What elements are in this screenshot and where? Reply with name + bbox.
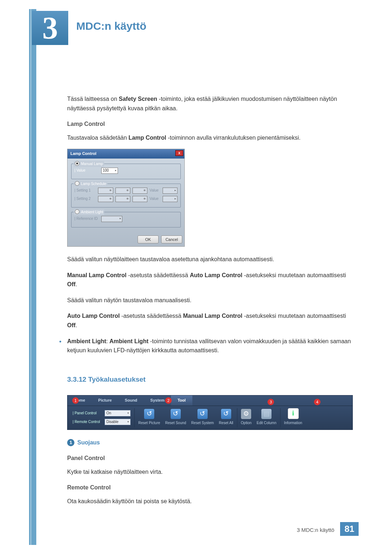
group-label: Manual Lamp: [81, 162, 103, 166]
spinner[interactable]: ≑: [98, 188, 113, 194]
label: Value: [150, 196, 160, 202]
term: Lamp Control: [128, 135, 166, 141]
term: Auto Lamp Control: [190, 272, 242, 278]
chapter-title: MDC:n käyttö: [76, 20, 146, 32]
term: Ambient Light: [67, 338, 106, 344]
term: Manual Lamp Control: [67, 272, 127, 278]
label-setting1: | Setting 1: [74, 188, 96, 193]
group-label: Ambient Light: [81, 210, 103, 214]
subhead-remote-control: Remote Control: [67, 483, 352, 492]
page-number: 81: [340, 522, 359, 536]
reference-dropdown[interactable]: ▾: [101, 216, 122, 222]
paragraph: Säädä valitun näyttölaitteen taustavaloa…: [67, 255, 352, 264]
callout-heading-suojaus: 1Suojaus: [67, 438, 352, 447]
dialog-title-bar: Lamp Control x: [68, 149, 184, 159]
paragraph: Auto Lamp Control -asetusta säädettäessä…: [67, 311, 352, 330]
paragraph: Manual Lamp Control -asetusta säädettäes…: [67, 271, 352, 289]
value-spinner[interactable]: 100▸: [101, 168, 118, 174]
group-lamp-schedule: Lamp Schedule | Setting 1 ≑ ≑ ≑ Value ▸ …: [71, 184, 181, 208]
tool-toolbar: Home Picture Sound System Tool | Panel C…: [67, 395, 353, 430]
text: Taustavaloa säädetään: [67, 135, 128, 141]
remote-control-select[interactable]: Disable▾: [105, 419, 131, 425]
label: Value: [150, 188, 160, 193]
group-manual-lamp: Manual Lamp | Value 100▸: [71, 164, 181, 179]
callout-3: 3: [268, 399, 274, 405]
information-button[interactable]: iInformation: [284, 408, 302, 426]
tab-home[interactable]: Home: [68, 395, 92, 406]
subhead-lamp-control: Lamp Control: [67, 119, 352, 129]
label-reference-id: | Reference ID: [74, 216, 99, 222]
bullet-item-ambient: Ambient Light: Ambient Light -toiminto t…: [67, 337, 352, 355]
paragraph-lamp: Taustavaloa säädetään Lamp Control -toim…: [67, 133, 352, 143]
radio-lamp-schedule[interactable]: [75, 181, 79, 186]
chapter-number: 3: [32, 11, 68, 45]
term: Off: [67, 322, 75, 328]
spinner[interactable]: ≑: [98, 196, 113, 202]
spinner[interactable]: ▸: [163, 196, 177, 202]
section-heading: 3.3.12 Työkaluasetukset: [67, 374, 352, 385]
text: Tässä laitteessa on: [67, 96, 119, 102]
ok-button[interactable]: OK: [138, 235, 159, 243]
tab-sound[interactable]: Sound: [118, 395, 144, 406]
label-setting2: | Setting 2: [74, 196, 96, 202]
panel-control-select[interactable]: On▾: [105, 410, 131, 416]
spinner[interactable]: ≑: [132, 188, 147, 194]
side-margin-bar: [29, 9, 36, 545]
subhead-panel-control: Panel Control: [67, 454, 352, 463]
bullet-icon: 1: [67, 439, 74, 446]
term: Off: [67, 281, 75, 287]
term: Auto Lamp Control: [67, 313, 120, 319]
term: Manual Lamp Control: [183, 313, 242, 319]
label-value: | Value: [74, 168, 99, 173]
close-icon[interactable]: x: [175, 150, 183, 156]
option-button[interactable]: ⚙Option: [241, 409, 252, 426]
paragraph-safety-screen: Tässä laitteessa on Safety Screen -toimi…: [67, 94, 352, 113]
reset-picture-button[interactable]: ↺Reset Picture: [138, 409, 160, 426]
spinner[interactable]: ▸: [163, 188, 177, 194]
reset-all-button[interactable]: ↺Reset All: [219, 409, 233, 426]
callout-1: 1: [72, 397, 79, 404]
tab-tool[interactable]: Tool: [171, 395, 192, 406]
label-panel-control: | Panel Control: [73, 410, 102, 416]
paragraph: Säädä valitun näytön taustavaloa manuaal…: [67, 296, 352, 305]
radio-ambient-light[interactable]: [75, 209, 79, 214]
term: Safety Screen: [119, 96, 157, 102]
text: -toiminnon avulla virrankulutuksen piene…: [166, 135, 301, 141]
term: Ambient Light: [109, 338, 148, 344]
tab-picture[interactable]: Picture: [92, 395, 118, 406]
spinner[interactable]: ≑: [115, 188, 130, 194]
label-remote-control: | Remote Control: [73, 419, 102, 425]
cancel-button[interactable]: Cancel: [161, 235, 182, 243]
spinner[interactable]: ≑: [115, 196, 130, 202]
edit-column-button[interactable]: ▤Edit Column: [257, 409, 276, 426]
callout-4: 4: [314, 399, 320, 405]
page-footer: 3 MDC:n käyttö 81: [297, 522, 359, 536]
spinner[interactable]: ≑: [132, 196, 147, 202]
dialog-title: Lamp Control: [70, 151, 97, 156]
group-label: Lamp Schedule: [81, 182, 106, 186]
callout-2: 2: [165, 397, 172, 404]
paragraph: Kytke tai katkaise näyttölaitteen virta.: [67, 467, 352, 477]
group-ambient-light: Ambient Light | Reference ID ▾: [71, 212, 181, 227]
radio-manual-lamp[interactable]: [75, 161, 79, 166]
reset-sound-button[interactable]: ↺Reset Sound: [165, 409, 186, 426]
reset-system-button[interactable]: ↺Reset System: [191, 409, 214, 426]
paragraph: Ota kaukosäädin käyttöön tai poista se k…: [67, 497, 352, 506]
lamp-control-dialog: Lamp Control x Manual Lamp | Value 100▸ …: [67, 149, 185, 247]
footer-text: 3 MDC:n käyttö: [297, 527, 334, 533]
group-panel-control: | Panel Control On▾ | Remote Control Dis…: [69, 408, 135, 427]
